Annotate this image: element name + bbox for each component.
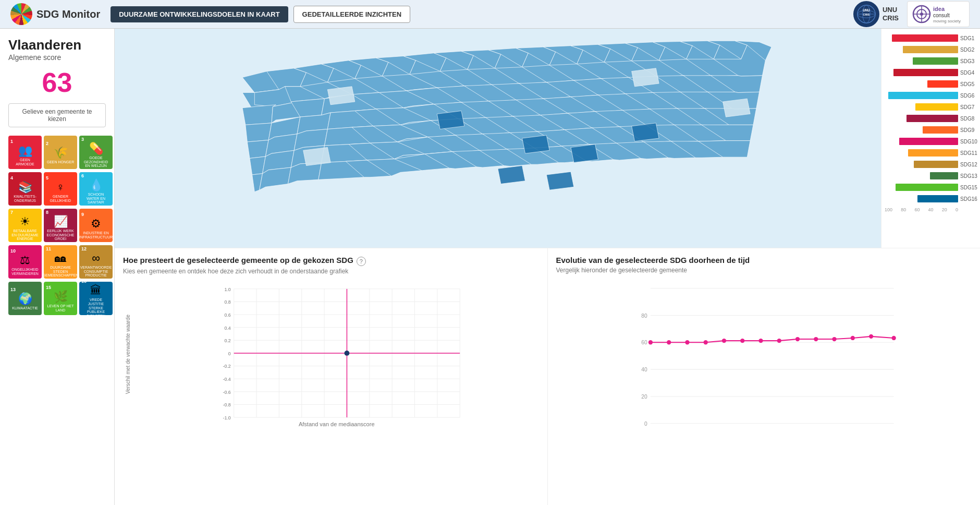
bar-row-sdg6: SDG6: [885, 90, 977, 101]
inzichten-button[interactable]: GEDETAILLEERDE INZICHTEN: [293, 6, 410, 23]
svg-marker-151: [723, 99, 751, 117]
sdg-tile-4[interactable]: 4 📚 KWALITEITS-ONDERWIJS: [8, 172, 42, 206]
svg-marker-89: [247, 140, 268, 159]
idea-consult-logo: idea consult moving society: [907, 1, 970, 27]
svg-marker-146: [437, 111, 464, 129]
kaart-button[interactable]: DUURZAME ONTWIKKELINGSDOELEN IN KAART: [111, 6, 288, 22]
svg-point-218: [721, 339, 726, 343]
line-svg: 80 60 40 20 0 2010 2016 2023: [556, 280, 972, 426]
bar-sdg1: [892, 34, 958, 42]
svg-text:0.2: 0.2: [224, 338, 230, 343]
svg-text:20: 20: [641, 394, 647, 400]
bar-row-sdg10: SDG10: [885, 136, 977, 147]
sdg-tile-13[interactable]: 13 🌍 KLIMAATACTIE: [8, 282, 42, 315]
svg-text:2023: 2023: [888, 426, 900, 426]
sidebar: Vlaanderen Algemene score 63 Gelieve een…: [0, 29, 115, 505]
bar-sdg13: [930, 172, 958, 179]
bar-row-sdg8: SDG8: [885, 113, 977, 124]
svg-point-199: [345, 351, 350, 356]
score-label: Algemene score: [8, 53, 106, 62]
label-sdg5: SDG5: [960, 81, 977, 87]
svg-point-223: [814, 337, 818, 341]
sdg-tile-3[interactable]: 3 💊 GOEDE GEZONDHEID EN WELZIJN: [79, 136, 113, 169]
svg-text:60: 60: [641, 340, 647, 345]
bar-sdg5: [927, 80, 958, 88]
bar-row-sdg13: SDG13: [885, 171, 977, 181]
svg-text:-0.6: -0.6: [223, 390, 231, 395]
scatter-x-label: Afstand van de mediaanscore: [134, 421, 539, 427]
bar-sdg15: [896, 184, 958, 191]
svg-text:consult: consult: [933, 13, 950, 18]
bar-row-sdg3: SDG3: [885, 56, 977, 66]
svg-text:CRIS: CRIS: [863, 13, 870, 16]
line-title: Evolutie van de geselecteerde SDG doorhe…: [556, 256, 972, 264]
gemeente-selector[interactable]: Gelieve een gemeente te kiezen: [8, 103, 106, 127]
sdg-tile-12[interactable]: 12 ∞ VERANTWOORDE CONSUMPTIE PRODUCTIE: [79, 245, 113, 279]
label-sdg1: SDG1: [960, 35, 977, 41]
svg-text:2010: 2010: [644, 426, 656, 426]
label-sdg4: SDG4: [960, 70, 977, 76]
sdg-tile-16[interactable]: 16 🏛 VREDE JUSTITIE STERKE PUBLIEKE DIEN…: [79, 282, 113, 315]
svg-point-214: [648, 340, 652, 344]
sdg-tile-2[interactable]: 2 🌾 GEEN HONGER: [44, 136, 77, 169]
map-svg: [115, 29, 881, 248]
svg-point-217: [703, 340, 707, 344]
svg-point-220: [758, 339, 763, 343]
sdg-tile-11[interactable]: 11 🏘 DUURZAME STEDEN GEMEENSCHAPPEN: [44, 245, 77, 279]
scatter-subtitle: Kies een gemeente en ontdek hoe deze zic…: [123, 268, 539, 275]
svg-text:80: 80: [641, 313, 647, 319]
svg-point-225: [850, 336, 854, 340]
svg-point-226: [868, 334, 873, 339]
unu-cris-label: UNUCRIS: [883, 6, 899, 22]
logo-area: SDG Monitor: [10, 3, 100, 25]
sdg-tile-8[interactable]: 8 📈 EERLIJK WERK ECONOMISCHE GROEI: [44, 209, 77, 242]
bar-chart-container: SDG1 SDG2 SDG3: [885, 33, 977, 244]
svg-marker-147: [632, 123, 659, 141]
svg-point-221: [777, 339, 781, 343]
svg-text:moving society: moving society: [933, 19, 961, 23]
bar-row-sdg1: SDG1: [885, 33, 977, 43]
sdg-tile-9[interactable]: 9 ⚙ INDUSTRIE EN INFRASTRUCTUUR: [79, 209, 113, 242]
bar-row-sdg11: SDG11: [885, 148, 977, 158]
bar-axis: 100 80 60 40 20 0: [885, 207, 977, 212]
bottom-panels: Hoe presteert de geselecteerde gemeente …: [115, 248, 980, 505]
svg-text:1.0: 1.0: [224, 287, 230, 292]
label-sdg6: SDG6: [960, 93, 977, 99]
map-area[interactable]: [115, 29, 881, 248]
bar-row-sdg15: SDG15: [885, 182, 977, 193]
sdg-grid-3: 7 ☀ BETAALBARE EN DUURZAME ENERGIE 8 📈 E…: [8, 209, 106, 242]
label-sdg15: SDG15: [960, 185, 977, 190]
label-sdg12: SDG12: [960, 162, 977, 167]
scatter-svg: 1.0 0.8 0.6 0.4 0.2 0 -0.2 -0.4 -0.6 -0.…: [134, 281, 539, 420]
sdg-tile-1[interactable]: 1 👥 GEEN ARMOEDE: [8, 136, 42, 169]
label-sdg10: SDG10: [960, 139, 977, 145]
bar-sdg11: [908, 149, 958, 157]
sdg-tile-10[interactable]: 10 ⚖ ONGELIJKHEID VERMINDEREN: [8, 245, 42, 279]
svg-marker-145: [498, 166, 525, 184]
svg-point-216: [685, 340, 689, 344]
sdg-grid-2: 4 📚 KWALITEITS-ONDERWIJS 5 ♀ GENDER GELI…: [8, 172, 106, 206]
label-sdg2: SDG2: [960, 47, 977, 53]
sdg-tile-15[interactable]: 15 🌿 LEVEN OP HET LAND: [44, 282, 77, 315]
svg-text:2016: 2016: [766, 426, 778, 426]
svg-text:-0.8: -0.8: [223, 402, 231, 407]
question-icon[interactable]: ?: [357, 257, 366, 266]
sdg-tile-7[interactable]: 7 ☀ BETAALBARE EN DUURZAME ENERGIE: [8, 209, 42, 242]
svg-marker-150: [632, 68, 659, 87]
sdg-tile-5[interactable]: 5 ♀ GENDER GELIJKHEID: [44, 172, 77, 206]
svg-text:0.4: 0.4: [224, 326, 230, 331]
bar-sdg6: [888, 92, 958, 99]
label-sdg9: SDG9: [960, 127, 977, 133]
svg-text:0: 0: [228, 351, 231, 356]
bar-row-sdg5: SDG5: [885, 79, 977, 89]
svg-point-215: [667, 340, 671, 344]
scatter-y-label: Verschil met de verwachte waarde: [125, 315, 131, 394]
label-sdg3: SDG3: [960, 58, 977, 64]
label-sdg13: SDG13: [960, 173, 977, 179]
svg-point-222: [795, 337, 799, 341]
unu-logo: UNU CRIS: [853, 1, 879, 27]
svg-text:40: 40: [641, 367, 647, 372]
sdg-tile-6[interactable]: 6 💧 SCHOON WATER EN SANITAIR: [79, 172, 113, 206]
svg-marker-143: [522, 135, 550, 153]
app-title: SDG Monitor: [36, 8, 100, 20]
